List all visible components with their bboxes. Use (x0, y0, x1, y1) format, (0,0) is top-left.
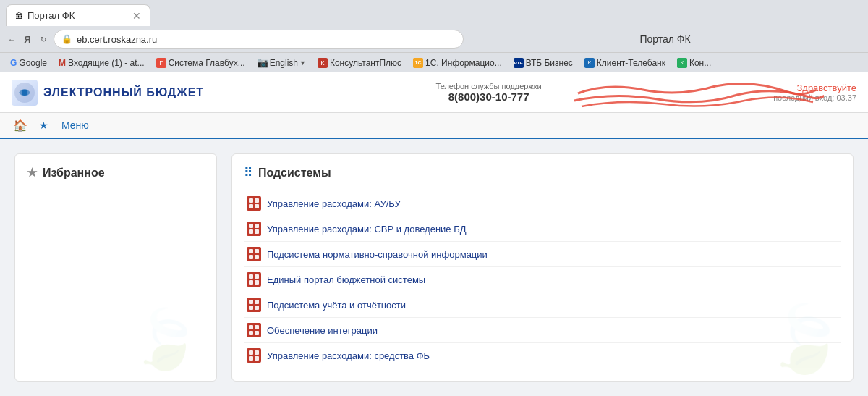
bookmark-inbox-label: Входящие (1) - at... (68, 58, 145, 68)
bookmark-consultant-label: КонсультантПлюс (330, 58, 401, 68)
subsystem-item[interactable]: Подсистема нормативно-справочной информа… (244, 242, 841, 267)
subsystems-card: ⠿ Подсистемы Управление расходами: АУ/БУ (231, 153, 854, 382)
bookmark-vtb[interactable]: ВТБ ВТБ Бизнес (509, 56, 577, 69)
subsystem-label: Управление расходами: АУ/БУ (267, 198, 401, 209)
vtb-icon: ВТБ (514, 58, 524, 68)
greeting-text: Здравствуйте (796, 83, 856, 93)
subsystem-label: Подсистема нормативно-справочной информа… (267, 249, 488, 260)
bookmark-kon-label: Кон... (689, 58, 711, 68)
page-title-display: Портал ФК (468, 33, 862, 45)
svg-rect-24 (249, 331, 253, 335)
logo-area: ЭЛЕКТРОННЫЙ БЮДЖЕТ (12, 80, 204, 106)
svg-rect-5 (255, 204, 259, 208)
reload-button[interactable]: ↻ (38, 33, 49, 45)
watermark-leaf: 🍃 (129, 306, 202, 374)
favorites-card-title: ★ Избранное (27, 166, 205, 180)
subsystem-list: Управление расходами: АУ/БУ Управление р… (244, 191, 841, 365)
bookmark-glavbuh[interactable]: Г Система Главбух... (152, 56, 250, 69)
svg-rect-14 (249, 274, 253, 279)
last-login-text: последний вход: 03.37 (773, 93, 856, 102)
svg-rect-9 (255, 229, 259, 234)
subsystem-item[interactable]: Единый портал бюджетной системы (244, 267, 841, 292)
svg-rect-8 (249, 229, 253, 234)
lock-icon: 🔒 (61, 34, 72, 44)
subsystem-icon (247, 247, 261, 261)
menu-button[interactable]: Меню (56, 117, 95, 134)
subsystem-icon (247, 222, 261, 236)
logo-icon (12, 80, 38, 106)
bookmark-google[interactable]: G Google (6, 56, 51, 69)
svg-rect-25 (255, 331, 259, 335)
svg-rect-6 (249, 224, 253, 228)
svg-rect-2 (249, 198, 253, 203)
bookmark-english[interactable]: 📷 English ▼ (252, 56, 310, 69)
bookmark-1c[interactable]: 1С 1С. Информацио... (409, 56, 506, 69)
phone-number: 8(800)30-10-777 (436, 90, 542, 103)
tab-close-button[interactable]: ✕ (132, 10, 141, 22)
user-area: Здравствуйте последний вход: 03.37 (773, 83, 856, 102)
subsystem-label: Управление расходами: средства ФБ (267, 350, 430, 361)
bookmark-consultant[interactable]: К КонсультантПлюс (313, 56, 406, 69)
consultant-icon: К (318, 58, 328, 68)
bookmark-inbox[interactable]: M Входящие (1) - at... (54, 56, 149, 69)
subsystem-item[interactable]: Управление расходами: АУ/БУ (244, 191, 841, 216)
url-text: eb.cert.roskazna.ru (77, 34, 157, 45)
subsystem-label: Управление расходами: СВР и доведение БД (267, 224, 467, 235)
favorites-card: ★ Избранное 🍃 (14, 153, 217, 382)
subsystem-item[interactable]: Подсистема учёта и отчётности (244, 292, 841, 318)
subsystem-label: Единый портал бюджетной системы (267, 274, 425, 285)
grid-icon: ⠿ (244, 166, 252, 180)
subsystem-icon (247, 272, 261, 287)
nav-bar: 🏠 ★ Меню (0, 113, 868, 139)
subsystem-item[interactable]: Управление расходами: СВР и доведение БД (244, 216, 841, 242)
bookmark-english-label: English (270, 58, 298, 68)
subsystem-icon (247, 196, 261, 211)
bookmark-google-label: Google (19, 58, 47, 68)
bookmarks-bar: G Google M Входящие (1) - at... Г Систем… (0, 52, 868, 72)
svg-rect-13 (255, 255, 259, 259)
logo-text: ЭЛЕКТРОННЫЙ БЮДЖЕТ (43, 86, 204, 99)
bookmark-client[interactable]: К Клиент-Телебанк (580, 56, 670, 69)
svg-rect-19 (255, 300, 259, 304)
site-header: ЭЛЕКТРОННЫЙ БЮДЖЕТ Телефон службы поддер… (0, 72, 868, 113)
svg-rect-10 (249, 249, 253, 253)
subsystem-item[interactable]: Обеспечение интеграции (244, 318, 841, 343)
instagram-icon: 📷 (257, 57, 268, 68)
svg-rect-28 (249, 356, 253, 361)
main-content: ★ Избранное 🍃 ⠿ Подсистемы Управление ра… (0, 139, 868, 396)
svg-rect-12 (249, 255, 253, 259)
address-bar[interactable]: 🔒 eb.cert.roskazna.ru (54, 30, 464, 49)
subsystem-icon (247, 298, 261, 312)
svg-rect-23 (255, 325, 259, 329)
inbox-icon: M (59, 58, 66, 68)
active-tab[interactable]: 🏛 Портал ФК ✕ (6, 4, 150, 26)
kon-icon: К (677, 58, 687, 68)
bookmark-kon[interactable]: К Кон... (673, 56, 715, 69)
svg-rect-4 (249, 204, 253, 208)
bookmark-vtb-label: ВТБ Бизнес (526, 58, 573, 68)
svg-rect-16 (249, 280, 253, 285)
glavbuh-icon: Г (156, 58, 166, 68)
tab-favicon: 🏛 (15, 12, 23, 20)
yandex-icon[interactable]: Я (22, 33, 33, 45)
svg-rect-15 (255, 274, 259, 279)
client-icon: К (584, 58, 595, 68)
subsystem-item[interactable]: Управление расходами: средства ФБ (244, 343, 841, 365)
svg-rect-26 (249, 350, 253, 355)
back-button[interactable]: ← (6, 33, 17, 45)
google-icon: G (10, 58, 17, 68)
subsystem-label: Обеспечение интеграции (267, 325, 378, 336)
dropdown-arrow-icon: ▼ (299, 59, 306, 67)
home-button[interactable]: 🏠 (9, 116, 32, 135)
svg-point-1 (22, 90, 27, 96)
favorites-button[interactable]: ★ (35, 117, 53, 134)
bookmark-client-label: Клиент-Телебанк (597, 58, 665, 68)
svg-rect-17 (255, 280, 259, 285)
svg-rect-22 (249, 325, 253, 329)
bookmark-1c-label: 1С. Информацио... (425, 58, 502, 68)
svg-rect-21 (255, 306, 259, 310)
subsystem-label: Подсистема учёта и отчётности (267, 300, 406, 311)
favorites-star-icon: ★ (27, 166, 37, 180)
last-login-label: последний вход: (773, 93, 834, 102)
svg-rect-20 (249, 306, 253, 310)
